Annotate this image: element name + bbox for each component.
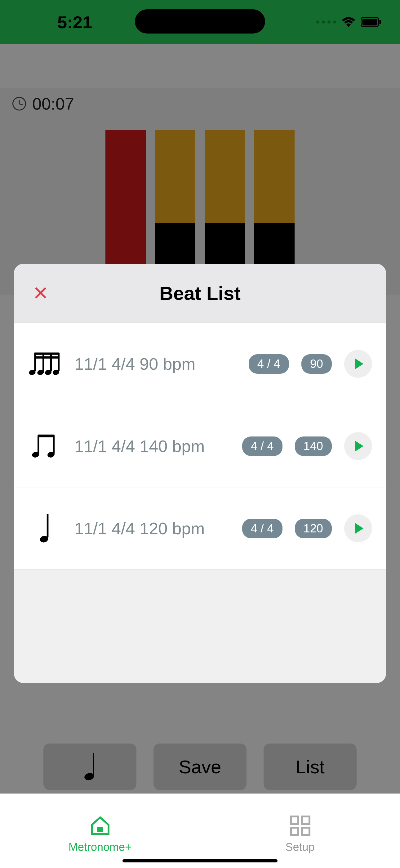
beat-list-item[interactable]: 11/1 4/4 120 bpm 4 / 4 120 — [14, 487, 386, 570]
svg-rect-25 — [291, 828, 298, 835]
tab-metronome[interactable]: Metronome+ — [0, 794, 200, 868]
modal-footer — [14, 570, 386, 663]
tab-setup[interactable]: Setup — [200, 794, 400, 868]
quarter-note-icon — [28, 515, 62, 542]
bpm-pill: 120 — [295, 519, 332, 538]
play-icon — [355, 358, 363, 369]
home-indicator[interactable] — [123, 859, 277, 862]
beat-item-label: 11/1 4/4 140 bpm — [74, 436, 230, 456]
signature-pill: 4 / 4 — [242, 436, 282, 456]
tab-label: Metronome+ — [69, 841, 131, 854]
play-icon — [355, 523, 363, 534]
sixteenth-notes-icon — [28, 350, 62, 378]
play-button[interactable] — [344, 432, 372, 460]
play-button[interactable] — [344, 515, 372, 542]
grid-icon — [289, 815, 311, 837]
bpm-pill: 140 — [295, 436, 332, 456]
tab-bar: Metronome+ Setup — [0, 794, 400, 868]
close-icon[interactable]: ✕ — [33, 282, 49, 305]
eighth-notes-icon — [28, 432, 62, 460]
modal-title: Beat List — [159, 282, 241, 304]
beat-item-label: 11/1 4/4 90 bpm — [74, 354, 236, 373]
play-icon — [355, 440, 363, 452]
beat-list-modal: ✕ Beat List 11/1 4/4 90 bpm 4 / 4 90 11/… — [14, 264, 386, 683]
play-button[interactable] — [344, 350, 372, 378]
svg-rect-24 — [302, 816, 309, 824]
bpm-pill: 90 — [301, 354, 332, 374]
svg-rect-22 — [97, 827, 103, 832]
tab-label: Setup — [285, 841, 314, 854]
signature-pill: 4 / 4 — [249, 354, 289, 374]
home-icon — [89, 815, 111, 837]
beat-list-item[interactable]: 11/1 4/4 90 bpm 4 / 4 90 — [14, 323, 386, 405]
modal-header: ✕ Beat List — [14, 264, 386, 323]
svg-rect-26 — [302, 828, 309, 835]
beat-item-label: 11/1 4/4 120 bpm — [74, 519, 230, 538]
svg-rect-23 — [291, 816, 298, 824]
beat-list-item[interactable]: 11/1 4/4 140 bpm 4 / 4 140 — [14, 405, 386, 487]
signature-pill: 4 / 4 — [242, 519, 282, 538]
